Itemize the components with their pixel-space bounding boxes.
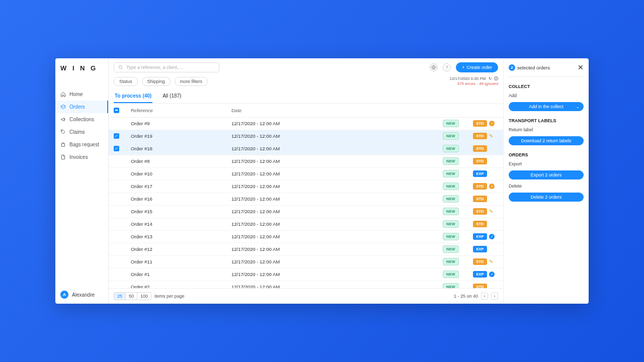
error-count[interactable]: 375 errors - 49 ignored (449, 81, 498, 86)
close-icon[interactable]: ✕ (578, 63, 584, 71)
cell-date: 12/17/2020 - 12:00 AM (231, 272, 362, 277)
table-row[interactable]: Order #1412/17/2020 - 12:00 AMNEWSTD (109, 218, 503, 231)
tabs: To process (40)All (187) (109, 90, 503, 104)
export-orders-button[interactable]: Export 2 orders (509, 170, 584, 179)
nav-item-orders[interactable]: Orders (55, 101, 108, 113)
orders-table: Reference Date Order #912/17/2020 - 12:0… (109, 104, 503, 288)
page-size-25[interactable]: 25 (114, 293, 126, 300)
cell-date: 12/17/2020 - 12:00 AM (231, 121, 362, 126)
status-badge: NEW (443, 258, 459, 265)
status-badge: NEW (443, 120, 459, 127)
cell-reference: Order #9 (131, 121, 231, 126)
tab-all[interactable]: All (187) (162, 90, 182, 103)
table-row[interactable]: Order #1512/17/2020 - 12:00 AMNEWSTD✎ (109, 206, 503, 218)
status-badge: NEW (443, 208, 459, 215)
cell-reference: Order #16 (131, 196, 231, 202)
prev-page-button[interactable]: ‹ (481, 293, 488, 300)
table-row[interactable]: ✓Order #1912/17/2020 - 12:00 AMNEWSTD✎ (109, 130, 503, 143)
search-placeholder: Type a reference, a client, ... (126, 65, 184, 70)
tag-icon (60, 129, 66, 135)
table-row[interactable]: Order #1212/17/2020 - 12:00 AMNEWEXP (109, 243, 503, 256)
page-size-50[interactable]: 50 (126, 293, 137, 300)
table-row[interactable]: Order #212/17/2020 - 12:00 AMNEWSTD (109, 281, 503, 288)
filter-shipping[interactable]: Shipping (142, 77, 171, 86)
status-badge: NEW (443, 170, 459, 177)
ship-badge: STD (473, 196, 487, 202)
refresh-icon[interactable]: ↻ (489, 76, 492, 81)
topbar: Type a reference, a client, ... ? + Crea… (109, 58, 503, 76)
status-block: 12/17/2020 6:20 PM ↻ ⓘ 375 errors - 49 i… (449, 76, 498, 87)
nav-item-home[interactable]: Home (55, 88, 108, 101)
next-page-button[interactable]: › (491, 293, 498, 300)
cell-reference: Order #14 (131, 221, 231, 227)
col-date[interactable]: Date (231, 108, 362, 113)
signature-icon: ✎ (489, 209, 493, 214)
collect-title: COLLECT (509, 84, 584, 89)
cell-reference: Order #10 (131, 171, 231, 176)
file-icon (60, 154, 66, 160)
download-labels-button[interactable]: Download 2 return labels (509, 136, 584, 145)
status-badge: NEW (443, 132, 459, 140)
table-row[interactable]: Order #1612/17/2020 - 12:00 AMNEWSTD (109, 193, 503, 206)
status-badge: NEW (443, 183, 459, 190)
ship-badge: EXP (473, 271, 487, 278)
filter-more-filters[interactable]: more filters (175, 77, 208, 86)
status-badge: NEW (443, 270, 459, 278)
user-row[interactable]: A Alexandre (55, 286, 108, 304)
table-row[interactable]: Order #912/17/2020 - 12:00 AMNEWSTD✓ (109, 118, 503, 130)
nav-item-invoices[interactable]: Invoices (55, 151, 108, 163)
ship-badge: STD (473, 145, 487, 152)
col-reference[interactable]: Reference (131, 108, 231, 113)
cell-date: 12/17/2020 - 12:00 AM (231, 234, 362, 239)
ship-badge: STD (473, 208, 487, 215)
page-size-100[interactable]: 100 (137, 293, 151, 300)
select-all-checkbox[interactable] (114, 108, 119, 113)
orders-title: ORDERS (509, 152, 584, 157)
cell-reference: Order #13 (131, 234, 231, 239)
table-row[interactable]: Order #112/17/2020 - 12:00 AMNEWEXP✓ (109, 268, 503, 281)
ship-badge: STD (473, 284, 487, 288)
table-row[interactable]: Order #1112/17/2020 - 12:00 AMNEWSTD✎ (109, 256, 503, 268)
search-input[interactable]: Type a reference, a client, ... (114, 62, 219, 72)
table-row[interactable]: Order #812/17/2020 - 12:00 AMNEWSTD (109, 155, 503, 168)
ship-badge: EXP (473, 233, 487, 240)
table-row[interactable]: Order #1312/17/2020 - 12:00 AMNEWEXP✓ (109, 231, 503, 243)
create-order-button[interactable]: + Create order (456, 62, 498, 72)
ship-badge: EXP (473, 170, 487, 177)
ship-badge: STD (473, 158, 487, 164)
brand-logo: W I N G (55, 58, 108, 78)
table-row[interactable]: Order #1012/17/2020 - 12:00 AMNEWEXP (109, 168, 503, 180)
check-icon: ✓ (489, 272, 495, 277)
plus-icon: + (462, 65, 464, 70)
check-icon: ✓ (489, 234, 495, 239)
nav-item-claims[interactable]: Claims (55, 126, 108, 138)
selected-count: 2 (509, 64, 515, 71)
add-collect-button[interactable]: Add in the collect ⌄ (509, 102, 584, 111)
filter-status[interactable]: Status (114, 77, 138, 86)
status-badge: NEW (443, 245, 459, 253)
status-badge: NEW (443, 283, 459, 288)
nav-item-bags-request[interactable]: Bags request (55, 138, 108, 151)
delete-orders-button[interactable]: Delete 2 orders (509, 193, 584, 202)
table-row[interactable]: ✓Order #1812/17/2020 - 12:00 AMNEWSTD (109, 143, 503, 155)
avatar: A (60, 291, 68, 299)
info-icon[interactable]: ⓘ (494, 76, 498, 81)
row-checkbox[interactable]: ✓ (114, 133, 119, 139)
page-size: 2550100 (114, 292, 151, 300)
signature-icon: ✎ (489, 133, 493, 139)
help-icon[interactable]: ? (443, 63, 451, 71)
globe-icon[interactable] (430, 63, 438, 71)
status-badge: NEW (443, 157, 459, 165)
row-checkbox[interactable]: ✓ (114, 146, 119, 151)
ship-badge: STD (473, 258, 487, 265)
check-icon: ✓ (489, 184, 495, 189)
status-badge: NEW (443, 195, 459, 203)
svg-point-0 (62, 131, 62, 131)
cell-date: 12/17/2020 - 12:00 AM (231, 146, 362, 151)
cell-date: 12/17/2020 - 12:00 AM (231, 246, 362, 252)
nav-item-collections[interactable]: Collections (55, 113, 108, 126)
svg-point-1 (119, 65, 122, 68)
tab-to[interactable]: To process (40) (114, 90, 152, 103)
table-row[interactable]: Order #1712/17/2020 - 12:00 AMNEWSTD✓ (109, 180, 503, 193)
ship-badge: STD (473, 183, 487, 190)
